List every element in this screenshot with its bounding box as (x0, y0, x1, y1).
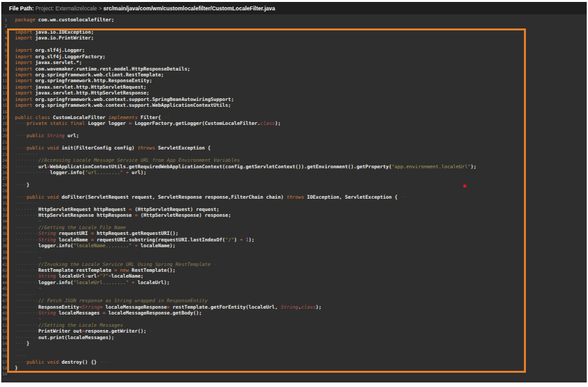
code-text: ········//Getting the Locale File Name (10, 225, 126, 230)
code-line[interactable]: 53········out.print(localeMessages); (1, 335, 587, 340)
code-line[interactable]: 18····private static final Logger logger… (1, 120, 587, 126)
line-number: 54 (1, 340, 7, 346)
code-line[interactable]: 1package com.wm.customlocalefilter; (1, 17, 587, 23)
code-line[interactable]: 32········HttpServletRequest httpRequest… (1, 206, 587, 212)
code-line[interactable]: 59 (1, 371, 587, 377)
code-line[interactable]: 9import com.wavemaker.runtime.rest.model… (1, 66, 587, 72)
code-text: public class CustomLocaleFilter implemen… (10, 115, 169, 120)
code-line[interactable]: 29 (1, 188, 587, 194)
code-line[interactable]: 22▾····public void init(FilterConfig con… (1, 145, 587, 151)
code-line[interactable]: 57····public void destroy() {} ··· (1, 359, 587, 365)
code-text: ········url=WebApplicationContextUtils.g… (10, 164, 476, 170)
code-line[interactable]: 26············logger.info("url........" … (1, 170, 587, 175)
code-line[interactable]: 30▾····public void doFilter(ServletReque… (1, 194, 587, 200)
code-text: import org.slf4j.Logger; (10, 47, 85, 53)
code-line[interactable]: 7import org.slf4j.LoggerFactory; (1, 54, 587, 60)
line-number: 39 (1, 249, 7, 255)
code-line[interactable]: 13import javax.servlet.http.HttpServletR… (1, 90, 587, 96)
line-number: 40 (1, 255, 7, 261)
line-number: 33 (1, 212, 7, 218)
code-line[interactable]: 36········String requestURI = httpReques… (1, 230, 587, 236)
line-number: 18 (1, 120, 7, 126)
line-number: 35 (1, 225, 7, 230)
code-line[interactable]: 21 (1, 139, 587, 145)
code-text: ········//Invoking the Locale Service UR… (10, 261, 219, 267)
code-line[interactable]: 34 ¬ (1, 218, 587, 224)
code-line[interactable]: 4import java.io.PrintWriter; (1, 35, 587, 41)
line-number: 10 (1, 72, 7, 78)
code-line[interactable]: 35········//Getting the Locale File Name (1, 225, 587, 230)
line-number: 24 (1, 157, 7, 163)
code-line[interactable]: 23········ (1, 151, 587, 157)
code-line[interactable]: 31········ (1, 200, 587, 206)
editor-window: File Path: Project: Externalizelocale > … (1, 2, 587, 382)
code-line[interactable]: 27 (1, 175, 587, 181)
code-line[interactable]: 49········String localeMessages = locale… (1, 310, 587, 316)
code-line[interactable]: 37········String localeName = requestURI… (1, 237, 587, 243)
code-line[interactable]: 48········ResponseEntity<String> localeM… (1, 304, 587, 310)
line-number: 12 (1, 84, 7, 90)
code-text (10, 188, 15, 194)
code-line[interactable]: 42········RestTemplate restTemplate = ne… (1, 267, 587, 273)
line-number: 22 (1, 145, 7, 151)
code-line[interactable]: 52········PrintWriter out=response.getWr… (1, 328, 587, 334)
line-number: 38 (1, 243, 7, 249)
code-text: ········// Fetch JSON response as String… (10, 298, 208, 304)
code-line[interactable]: 8import javax.servlet.*; ··· (1, 60, 587, 65)
code-text: ········PrintWriter out=response.getWrit… (10, 328, 152, 334)
line-number: 21 (1, 139, 7, 145)
code-line[interactable]: 3import java.io.IOException; (1, 29, 587, 35)
code-text: import org.springframework.http.Response… (10, 78, 152, 83)
code-editor[interactable]: 1package com.wm.customlocalefilter;23imp… (1, 14, 587, 382)
file-path-bar: File Path: Project: Externalizelocale > … (1, 2, 587, 14)
line-number: 27 (1, 175, 7, 181)
line-number: 13 (1, 90, 7, 96)
code-line[interactable]: 55··· (1, 347, 587, 353)
file-path-label: File Path: (9, 5, 34, 12)
code-line[interactable]: 50 ¬ (1, 316, 587, 322)
code-text: import java.io.PrintWriter; (10, 35, 94, 41)
code-line[interactable]: 28····} (1, 182, 587, 188)
line-number: 37 (1, 237, 7, 243)
code-line[interactable]: 2 (1, 23, 587, 28)
code-text: ····public void doFilter(ServletRequest … (10, 194, 406, 200)
code-line[interactable]: 44········logger.info("localeUrl........… (1, 280, 587, 285)
code-line[interactable]: 41········//Invoking the Locale Service … (1, 261, 587, 267)
code-text: import org.springframework.web.context.s… (10, 102, 231, 108)
code-text: ········RestTemplate restTemplate = new … (10, 267, 175, 273)
code-text: ¬ (10, 285, 41, 291)
code-line[interactable]: 47········// Fetch JSON response as Stri… (1, 298, 587, 304)
code-line[interactable]: 17▾public class CustomLocaleFilter imple… (1, 115, 587, 120)
line-number: 25 (1, 164, 7, 170)
code-line[interactable]: 20····public String url; (1, 133, 587, 138)
line-number: 2 (1, 23, 7, 28)
code-text: ········String localeName = requestURI.s… (10, 237, 254, 243)
code-line[interactable]: 16 (1, 109, 587, 115)
code-line[interactable]: 45 ¬ (1, 285, 587, 291)
code-line[interactable]: 33········HttpServletResponse httpRespon… (1, 212, 587, 218)
code-line[interactable]: 6import org.slf4j.Logger; (1, 47, 587, 53)
code-line[interactable]: 19 (1, 127, 587, 133)
code-line[interactable]: 5 (1, 41, 587, 47)
code-line[interactable]: 43········String localeUrl=url+"?"+local… (1, 273, 587, 279)
code-line[interactable]: 15import org.springframework.web.context… (1, 102, 587, 108)
code-line[interactable]: 38········logger.info("localeName.......… (1, 243, 587, 249)
code-text (10, 371, 15, 377)
code-line[interactable]: 10import org.springframework.web.client.… (1, 72, 587, 78)
code-line[interactable]: 14import org.springframework.web.context… (1, 96, 587, 102)
line-number: 14 (1, 96, 7, 102)
code-line[interactable]: 54····} (1, 340, 587, 346)
code-line[interactable]: 25········url=WebApplicationContextUtils… (1, 164, 587, 170)
code-line[interactable]: 12import javax.servlet.http.HttpServletR… (1, 84, 587, 90)
code-text: ¬ (10, 218, 41, 224)
code-text: package com.wm.customlocalefilter; (10, 17, 114, 23)
code-line[interactable]: 40 ¬ (1, 255, 587, 261)
code-line[interactable]: 11import org.springframework.http.Respon… (1, 78, 587, 83)
code-line[interactable]: 56···· (1, 353, 587, 359)
code-line[interactable]: 46······· (1, 292, 587, 298)
code-line[interactable]: 58} (1, 365, 587, 371)
code-text (10, 23, 15, 28)
code-line[interactable]: 24········//Accessing Locale Message Ser… (1, 157, 587, 163)
code-line[interactable]: 51········//Setting the Locale Messages (1, 322, 587, 328)
code-line[interactable]: 39········ (1, 249, 587, 255)
